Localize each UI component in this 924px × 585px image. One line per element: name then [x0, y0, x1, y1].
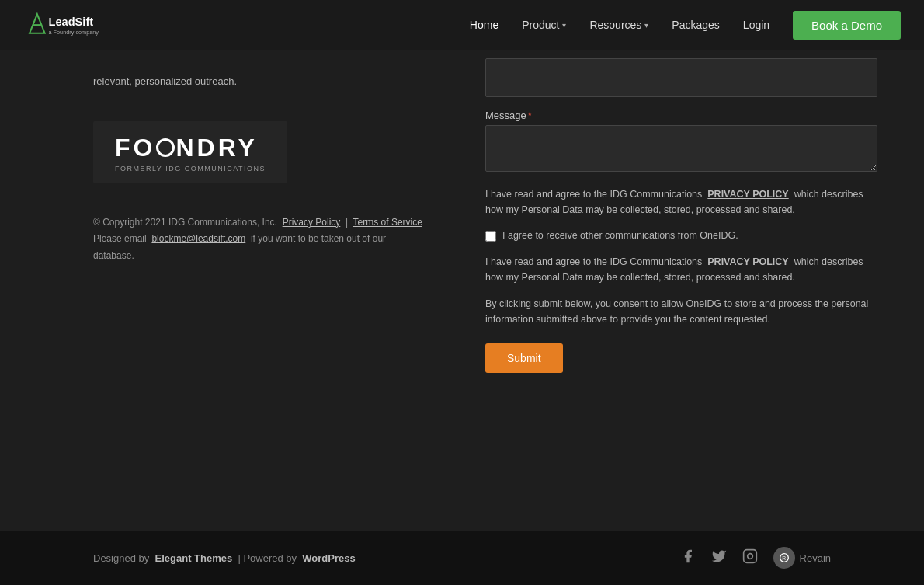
navbar-nav: Home Product ▾ Resources ▾ Packages Logi…: [470, 11, 901, 40]
facebook-icon[interactable]: [680, 548, 696, 568]
message-textarea[interactable]: [485, 125, 877, 172]
instagram-icon[interactable]: [742, 548, 758, 568]
communications-checkbox-label: I agree to receive other communications …: [502, 228, 738, 243]
footer-social-icons: R Revain: [680, 547, 831, 569]
foundry-logo-title: FONDRY: [115, 135, 258, 160]
logo[interactable]: LeadSift a Foundry company: [23, 6, 124, 44]
svg-text:a Foundry company: a Foundry company: [49, 29, 99, 36]
twitter-icon[interactable]: [711, 548, 727, 568]
revain-icon: R: [773, 547, 795, 569]
nav-login[interactable]: Login: [743, 19, 769, 31]
svg-text:R: R: [782, 555, 786, 561]
product-chevron-icon: ▾: [562, 21, 566, 30]
foundry-logo-block: FONDRY Formerly IDG Communications: [93, 121, 287, 183]
message-required-mark: *: [528, 110, 532, 121]
privacy-text-2: I have read and agree to the IDG Communi…: [485, 254, 877, 285]
left-panel: relevant, personalized outreach. FONDRY …: [0, 50, 462, 531]
foundry-subtitle: Formerly IDG Communications: [115, 165, 266, 172]
wordpress-link[interactable]: WordPress: [302, 552, 355, 564]
privacy-policy-link-2[interactable]: PRIVACY POLICY: [707, 256, 788, 267]
communications-checkbox-group: I agree to receive other communications …: [485, 228, 877, 243]
privacy-policy-link[interactable]: Privacy Policy: [283, 217, 341, 228]
privacy-policy-link-1[interactable]: PRIVACY POLICY: [707, 189, 788, 200]
navbar: LeadSift a Foundry company Home Product …: [0, 0, 924, 50]
communications-checkbox[interactable]: [485, 231, 496, 242]
elegant-themes-link[interactable]: Elegant Themes: [155, 552, 233, 564]
intro-text: relevant, personalized outreach.: [93, 74, 423, 90]
footer: Designed by Elegant Themes | Powered by …: [0, 531, 924, 585]
book-demo-button[interactable]: Book a Demo: [793, 11, 901, 40]
nav-home[interactable]: Home: [470, 19, 498, 31]
right-panel: Message* I have read and agree to the ID…: [462, 50, 924, 531]
footer-credit: Designed by Elegant Themes | Powered by …: [93, 552, 356, 564]
nav-packages[interactable]: Packages: [672, 19, 719, 31]
nav-resources[interactable]: Resources ▾: [589, 19, 648, 31]
consent-text: By clicking submit below, you consent to…: [485, 296, 877, 327]
copyright-text: © Copyright 2021 IDG Communications, Inc…: [93, 217, 277, 228]
top-input-area: [485, 58, 877, 97]
foundry-o-circle: [156, 138, 175, 157]
nav-product[interactable]: Product ▾: [522, 19, 566, 31]
svg-rect-5: [743, 549, 756, 562]
main-content: relevant, personalized outreach. FONDRY …: [0, 50, 924, 531]
please-email-text: Please email: [93, 233, 147, 244]
terms-of-service-link[interactable]: Terms of Service: [353, 217, 422, 228]
blockme-email-link[interactable]: blockme@leadsift.com: [151, 233, 245, 244]
copyright-block: © Copyright 2021 IDG Communications, Inc…: [93, 214, 423, 265]
resources-chevron-icon: ▾: [644, 21, 648, 30]
privacy-text-1: I have read and agree to the IDG Communi…: [485, 186, 877, 218]
svg-marker-1: [30, 14, 45, 33]
revain-badge: R Revain: [773, 547, 831, 569]
message-label: Message*: [485, 110, 877, 121]
foundry-logo-container: FONDRY Formerly IDG Communications: [93, 121, 423, 183]
submit-button[interactable]: Submit: [485, 343, 563, 373]
revain-label: Revain: [800, 552, 831, 564]
message-group: Message*: [485, 110, 877, 174]
svg-text:LeadSift: LeadSift: [49, 16, 94, 28]
